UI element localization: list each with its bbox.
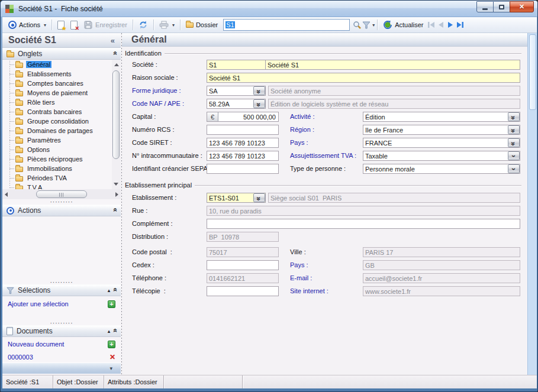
tree-item-pieces-reciproques[interactable]: Pièces réciproques bbox=[2, 154, 112, 164]
minimize-button[interactable] bbox=[476, 1, 494, 12]
actions-section-header[interactable]: Actions » bbox=[2, 205, 121, 216]
delete-record-button[interactable]: ✕ bbox=[67, 20, 80, 31]
euro-button[interactable]: € bbox=[207, 112, 218, 121]
dropdown-button[interactable]: › bbox=[508, 164, 520, 173]
scrollbar-track[interactable] bbox=[10, 190, 113, 198]
capital-field[interactable]: € 500 000,00 bbox=[207, 112, 279, 122]
chevron-down-icon[interactable]: ▾ bbox=[372, 22, 375, 28]
societe-code-field[interactable] bbox=[207, 60, 266, 70]
tree-item-contrats-bancaires[interactable]: Contrats bancaires bbox=[2, 107, 112, 116]
complement-field[interactable] bbox=[207, 219, 520, 229]
scrollbar-thumb[interactable] bbox=[112, 70, 120, 159]
panel-splitter[interactable] bbox=[121, 33, 122, 375]
save-button[interactable]: Enregistrer bbox=[80, 19, 130, 31]
type-personne-value[interactable] bbox=[363, 164, 520, 174]
last-record-button[interactable] bbox=[455, 20, 465, 30]
activite-combo[interactable]: » bbox=[363, 112, 520, 122]
scroll-right-arrow[interactable] bbox=[115, 192, 118, 197]
scrollbar-thumb[interactable] bbox=[529, 34, 536, 110]
capital-value[interactable]: 500 000,00 bbox=[218, 114, 278, 121]
tree-item-immobilisations[interactable]: Immobilisations bbox=[2, 164, 112, 173]
lookup-button[interactable]: » bbox=[508, 125, 520, 134]
societe-name-field[interactable] bbox=[265, 60, 520, 70]
refresh-button[interactable] bbox=[136, 19, 151, 31]
search-icon[interactable] bbox=[352, 20, 362, 30]
collapse-section-icon[interactable]: » bbox=[112, 53, 119, 56]
collapse-section-icon[interactable]: » bbox=[112, 330, 119, 333]
type-personne-combo[interactable]: › bbox=[363, 164, 520, 174]
filter-icon[interactable] bbox=[362, 20, 371, 30]
add-plus-button[interactable]: + bbox=[108, 341, 115, 348]
forme-juridique-combo[interactable]: » bbox=[207, 86, 266, 96]
tree-item-domaines-de-partages[interactable]: Domaines de partages bbox=[2, 126, 112, 135]
sepa-field[interactable] bbox=[207, 164, 279, 174]
document-number-link[interactable]: 0000003 bbox=[8, 354, 33, 361]
region-combo[interactable]: » bbox=[363, 125, 520, 135]
tree-item-role-tiers[interactable]: Rôle tiers bbox=[2, 98, 112, 107]
tree-item-parametres[interactable]: Paramètres bbox=[2, 135, 112, 145]
tree-item-tva[interactable]: T.V.A. bbox=[2, 183, 112, 189]
collapse-small-icon[interactable]: ▴ bbox=[108, 328, 111, 334]
code-siret-field[interactable] bbox=[207, 138, 279, 148]
search-input[interactable]: S1 bbox=[223, 19, 350, 31]
scroll-down-arrow[interactable] bbox=[114, 183, 118, 186]
splitter-grip[interactable]: ········· bbox=[2, 321, 121, 325]
collapse-small-icon[interactable]: ▴ bbox=[108, 287, 111, 293]
new-document-link[interactable]: Nouveau document bbox=[8, 341, 64, 348]
actualiser-button[interactable]: Actualiser bbox=[380, 19, 426, 31]
tree-horizontal-scrollbar[interactable] bbox=[2, 189, 121, 199]
close-button[interactable]: ✕ bbox=[510, 1, 534, 12]
tree-item-etablissements[interactable]: Etablissements bbox=[2, 69, 112, 79]
documents-more-bar[interactable]: ▾ bbox=[2, 362, 121, 374]
selections-section-header[interactable]: Sélections ▴ » bbox=[2, 284, 121, 296]
lookup-button[interactable]: » bbox=[508, 112, 520, 121]
dossier-button[interactable]: Dossier bbox=[183, 20, 221, 30]
dropdown-button[interactable]: › bbox=[508, 151, 520, 160]
tree-vertical-scrollbar[interactable] bbox=[112, 60, 121, 189]
onglets-section-header[interactable]: Onglets » bbox=[2, 48, 121, 60]
code-naf-combo[interactable]: » bbox=[207, 99, 266, 109]
tree-item-comptes-bancaires[interactable]: Comptes bancaires bbox=[2, 79, 112, 88]
tree-item-general[interactable]: Général bbox=[2, 60, 112, 69]
telecopie-field[interactable] bbox=[207, 286, 279, 296]
collapse-panel-icon[interactable]: « bbox=[111, 36, 115, 45]
titlebar[interactable]: Société S1 - Fiche société ✕ bbox=[1, 1, 538, 17]
add-plus-button[interactable]: + bbox=[108, 300, 115, 308]
tree-item-periodes-tva[interactable]: Périodes TVA bbox=[2, 173, 112, 183]
lookup-button[interactable]: » bbox=[253, 86, 265, 95]
documents-section-header[interactable]: Documents ▴ » bbox=[2, 325, 121, 337]
collapse-section-icon[interactable]: » bbox=[112, 289, 119, 292]
lookup-button[interactable]: » bbox=[253, 99, 265, 108]
scrollbar-thumb[interactable] bbox=[36, 190, 87, 198]
delete-document-icon[interactable]: ✕ bbox=[109, 353, 115, 361]
scroll-up-arrow[interactable] bbox=[114, 63, 119, 66]
numero-rcs-field[interactable] bbox=[207, 125, 279, 135]
tree-item-moyens-de-paiement[interactable]: Moyens de paiement bbox=[2, 88, 112, 98]
lookup-button[interactable]: » bbox=[508, 138, 520, 147]
scroll-left-arrow[interactable] bbox=[5, 192, 8, 197]
cedex-field[interactable] bbox=[207, 260, 279, 270]
pays-combo[interactable]: » bbox=[363, 138, 520, 148]
print-button[interactable]: ▾ bbox=[156, 19, 178, 31]
splitter-grip[interactable]: ········· bbox=[2, 200, 121, 204]
pays-value[interactable] bbox=[363, 138, 520, 148]
lookup-button[interactable]: » bbox=[253, 193, 265, 202]
etablissement-combo[interactable]: » bbox=[207, 193, 266, 203]
region-value[interactable] bbox=[363, 125, 520, 135]
collapse-section-icon[interactable]: » bbox=[112, 209, 119, 212]
new-record-button[interactable]: ★ bbox=[54, 20, 67, 31]
next-record-button[interactable] bbox=[446, 20, 455, 30]
add-selection-link[interactable]: Ajouter une sélection bbox=[8, 300, 69, 307]
splitter-grip[interactable]: ········· bbox=[2, 280, 121, 284]
maximize-button[interactable] bbox=[493, 1, 510, 12]
tva-value[interactable] bbox=[363, 151, 520, 161]
actions-menu-button[interactable]: Actions ▾ bbox=[5, 20, 49, 30]
raison-sociale-field[interactable] bbox=[207, 73, 520, 83]
tva-combo[interactable]: › bbox=[363, 151, 520, 161]
tree-item-options[interactable]: Options bbox=[2, 145, 112, 154]
first-record-button[interactable] bbox=[427, 20, 436, 30]
tree-item-groupe-consolidation[interactable]: Groupe consolidation bbox=[2, 116, 112, 126]
main-vertical-scrollbar[interactable] bbox=[527, 33, 537, 375]
previous-record-button[interactable] bbox=[436, 20, 446, 30]
intracommunautaire-field[interactable] bbox=[207, 151, 279, 161]
